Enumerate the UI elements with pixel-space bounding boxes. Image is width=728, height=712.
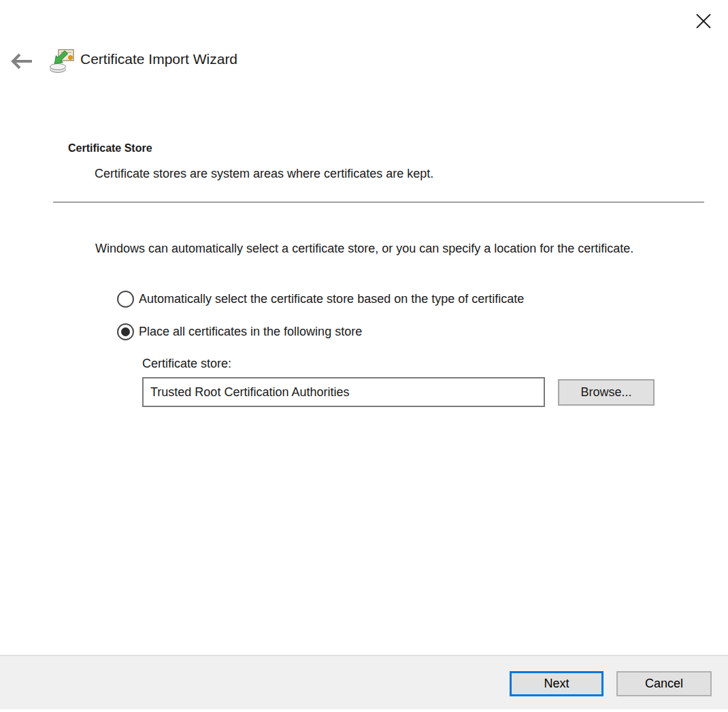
certificate-store-label: Certificate store: — [142, 357, 231, 371]
radio-label-place-all: Place all certificates in the following … — [139, 325, 362, 339]
radio-option-place-all[interactable]: Place all certificates in the following … — [117, 323, 362, 340]
certificate-store-input[interactable] — [142, 377, 545, 407]
certificate-import-icon — [49, 48, 75, 74]
section-heading: Certificate Store — [68, 142, 152, 155]
cancel-button[interactable]: Cancel — [616, 671, 712, 696]
radio-circle-automatic[interactable] — [117, 291, 134, 308]
section-subheading: Certificate stores are system areas wher… — [95, 167, 433, 181]
radio-circle-place-all[interactable] — [117, 323, 134, 340]
radio-label-automatic: Automatically select the certificate sto… — [139, 292, 524, 306]
page-title: Certificate Import Wizard — [80, 51, 237, 67]
section-divider — [53, 201, 704, 203]
back-arrow-icon — [10, 52, 34, 71]
close-button[interactable] — [691, 10, 716, 33]
intro-text: Windows can automatically select a certi… — [95, 240, 659, 258]
back-button[interactable] — [8, 49, 35, 74]
certificate-import-wizard-window: Certificate Import Wizard Certificate St… — [0, 0, 728, 712]
close-icon — [694, 12, 713, 31]
next-button[interactable]: Next — [510, 671, 603, 696]
wizard-header: Certificate Import Wizard — [0, 45, 728, 78]
footer-bar: Next Cancel — [0, 655, 728, 709]
radio-option-automatic[interactable]: Automatically select the certificate sto… — [117, 291, 524, 308]
browse-button[interactable]: Browse... — [558, 379, 655, 406]
